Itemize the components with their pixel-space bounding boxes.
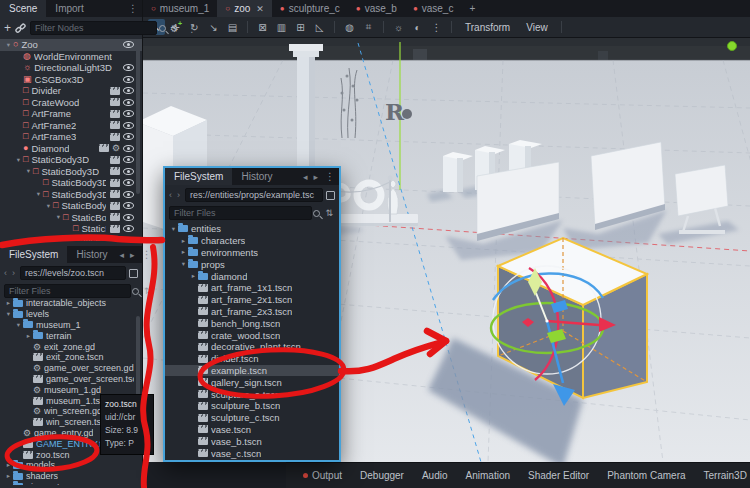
file-row[interactable]: ⚙exit_zone.gd bbox=[0, 341, 142, 352]
history-forward-icon[interactable]: › bbox=[12, 268, 17, 278]
scene-node-row[interactable]: ▾□StaticBody3D2 bbox=[0, 189, 142, 201]
scene-node-row[interactable]: □StaticBody3D bbox=[0, 177, 142, 189]
instanced-scene-icon[interactable] bbox=[110, 236, 120, 241]
expand-arrow[interactable]: ▸ bbox=[4, 461, 13, 469]
tab-import[interactable]: Import bbox=[46, 0, 92, 17]
file-row[interactable]: vase.tscn bbox=[165, 424, 339, 436]
bottom-panel-animation[interactable]: Animation bbox=[457, 470, 519, 481]
snap-toggle-icon[interactable]: ⌗ bbox=[360, 19, 377, 35]
scene-node-row[interactable]: □ArtFrame3 bbox=[0, 131, 142, 143]
expand-arrow[interactable]: ▸ bbox=[24, 332, 33, 340]
ruler-tool-icon[interactable]: ◺ bbox=[311, 19, 328, 35]
expand-arrow[interactable]: ▾ bbox=[4, 310, 13, 318]
scene-node-row[interactable]: □ArtFrame2 bbox=[0, 120, 142, 132]
instanced-scene-icon[interactable] bbox=[99, 144, 109, 152]
close-tab-icon[interactable]: ✕ bbox=[256, 4, 264, 14]
instanced-scene-icon[interactable] bbox=[110, 225, 120, 233]
expand-arrow[interactable]: ▸ bbox=[4, 483, 13, 485]
folder-row[interactable]: ▸models bbox=[0, 460, 142, 471]
file-row[interactable]: gallery_sign.tscn bbox=[165, 376, 339, 388]
attach-script-button[interactable]: ⚙ + bbox=[170, 23, 179, 34]
tab-filesystem[interactable]: FileSystem bbox=[0, 246, 67, 263]
visibility-eye-icon[interactable] bbox=[123, 133, 134, 140]
visibility-eye-icon[interactable] bbox=[123, 64, 134, 71]
folder-row[interactable]: ▸shaders bbox=[0, 471, 142, 482]
expand-arrow[interactable]: ▾ bbox=[54, 236, 63, 241]
expand-arrow[interactable]: ▸ bbox=[4, 299, 13, 307]
tab-filesystem[interactable]: FileSystem bbox=[165, 168, 232, 185]
folder-row[interactable]: ▾props bbox=[165, 258, 339, 270]
history-back-icon[interactable]: ‹ bbox=[169, 190, 174, 200]
sort-files-icon[interactable]: ⇅ bbox=[142, 286, 154, 296]
visibility-eye-icon[interactable] bbox=[123, 87, 134, 94]
visibility-eye-icon[interactable] bbox=[123, 191, 134, 198]
instanced-scene-icon[interactable] bbox=[110, 98, 120, 106]
expand-arrow[interactable]: ▾ bbox=[54, 213, 63, 221]
folder-row[interactable]: ▸environments bbox=[165, 247, 339, 259]
tab-history[interactable]: History bbox=[232, 168, 281, 185]
visibility-eye-icon[interactable] bbox=[123, 168, 134, 175]
local-space-toggle-icon[interactable]: ◍ bbox=[341, 19, 358, 35]
visibility-eye-icon[interactable] bbox=[123, 41, 134, 48]
folder-row[interactable]: ▾museum_1 bbox=[0, 320, 142, 331]
tab-scroll-left-icon[interactable]: ◂ bbox=[117, 246, 128, 263]
instanced-scene-icon[interactable] bbox=[110, 156, 120, 164]
file-row[interactable]: example.tscn bbox=[165, 365, 339, 377]
visibility-eye-icon[interactable] bbox=[123, 76, 134, 83]
scene-node-row[interactable]: ◍WorldEnvironment bbox=[0, 51, 142, 63]
scene-node-row[interactable]: □CrateWood bbox=[0, 97, 142, 109]
add-scene-tab-button[interactable]: + bbox=[461, 0, 483, 17]
scene-node-row[interactable]: ▾□StaticBody3D bbox=[0, 200, 142, 212]
visibility-eye-icon[interactable] bbox=[123, 179, 134, 186]
scene-tab-vase_b[interactable]: ●vase_b bbox=[348, 0, 405, 17]
folder-row[interactable]: ▸ui_assets bbox=[0, 482, 142, 485]
tab-scroll-right-icon[interactable]: ▸ bbox=[310, 168, 321, 185]
history-forward-icon[interactable]: › bbox=[177, 190, 182, 200]
tab-scroll-left-icon[interactable]: ◂ bbox=[300, 168, 311, 185]
folder-row[interactable]: ▸terrain bbox=[0, 330, 142, 341]
scene-node-row[interactable]: ☼DirectionalLight3D bbox=[0, 62, 142, 74]
folder-row[interactable]: ▸diamond bbox=[165, 270, 339, 282]
group-nodes-icon[interactable]: ⊞ bbox=[292, 19, 309, 35]
scale-tool-icon[interactable]: ↘ bbox=[205, 19, 222, 35]
expand-arrow[interactable]: ▾ bbox=[44, 202, 53, 210]
file-row[interactable]: sculpture_a.tscn bbox=[165, 388, 339, 400]
scene-node-row[interactable]: ▾□StaticBody3D bbox=[0, 212, 142, 224]
expand-arrow[interactable]: ▾ bbox=[14, 321, 23, 329]
file-row[interactable]: decorative_plant.tscn bbox=[165, 341, 339, 353]
visibility-eye-icon[interactable] bbox=[123, 202, 134, 209]
history-back-icon[interactable]: ‹ bbox=[4, 268, 9, 278]
file-row[interactable]: art_frame_1x1.tscn bbox=[165, 282, 339, 294]
current-path-field[interactable]: res://levels/zoo.tscn bbox=[20, 266, 126, 280]
visibility-eye-icon[interactable] bbox=[123, 237, 134, 241]
tab-scroll-right-icon[interactable]: ▸ bbox=[127, 246, 138, 263]
scene-node-row[interactable]: □ArtFrame bbox=[0, 108, 142, 120]
menu-view[interactable]: View bbox=[519, 22, 555, 33]
visibility-eye-icon[interactable] bbox=[123, 145, 134, 152]
expand-arrow[interactable]: ▸ bbox=[189, 272, 198, 280]
expand-arrow[interactable]: ▸ bbox=[179, 248, 188, 256]
scene-tab-zoo[interactable]: ○zoo✕ bbox=[217, 0, 272, 17]
visibility-eye-icon[interactable] bbox=[123, 122, 134, 129]
scene-node-row[interactable]: ▾○Zoo bbox=[0, 39, 142, 51]
filter-files-input[interactable] bbox=[169, 206, 312, 220]
sort-files-icon[interactable]: ⇅ bbox=[323, 208, 335, 218]
folder-row[interactable]: ▾levels bbox=[0, 309, 142, 320]
instanced-scene-icon[interactable] bbox=[110, 190, 120, 198]
expand-arrow[interactable]: ▾ bbox=[14, 156, 23, 164]
expand-arrow[interactable]: ▾ bbox=[179, 260, 188, 268]
add-node-button[interactable]: + bbox=[4, 22, 11, 34]
dock-menu-icon[interactable]: ⋮ bbox=[138, 246, 156, 263]
visibility-eye-icon[interactable] bbox=[123, 225, 134, 232]
scene-node-row[interactable]: □Divider bbox=[0, 85, 142, 97]
instance-scene-icon[interactable] bbox=[15, 23, 26, 34]
bottom-panel-audio[interactable]: Audio bbox=[413, 470, 457, 481]
scene-node-row[interactable]: ▣CSGBox3D bbox=[0, 74, 142, 86]
folder-row[interactable]: ▸characters bbox=[165, 235, 339, 247]
unlock-node-icon[interactable]: ▥ bbox=[273, 19, 290, 35]
preview-sun-icon[interactable]: ☼ bbox=[390, 19, 407, 35]
list-select-tool-icon[interactable]: ▤ bbox=[224, 19, 241, 35]
file-row[interactable]: exit_zone.tscn bbox=[0, 352, 142, 363]
expand-arrow[interactable]: ▾ bbox=[24, 167, 33, 175]
preview-environment-icon[interactable]: ◐ bbox=[409, 19, 426, 35]
